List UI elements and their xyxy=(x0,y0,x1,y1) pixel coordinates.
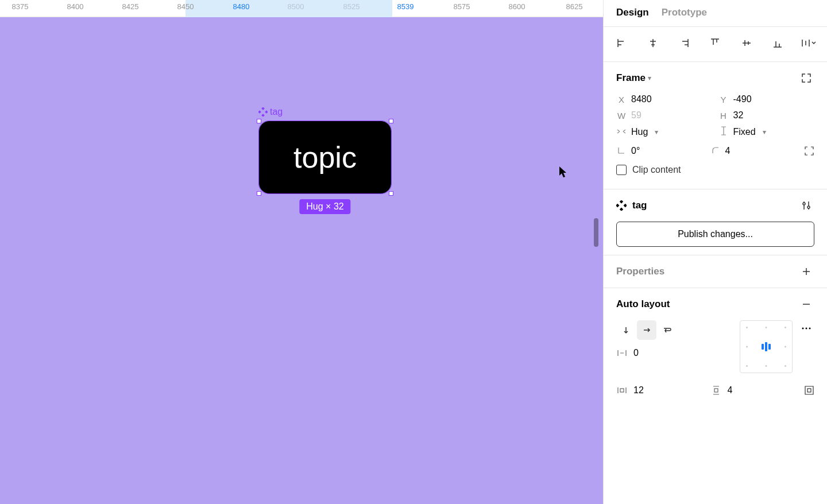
ruler-tick[interactable]: 8500 xyxy=(288,2,304,11)
align-top-icon[interactable] xyxy=(707,35,723,51)
direction-toggle xyxy=(616,320,677,340)
inspector-panel: Design Prototype Frame ▾ xyxy=(603,0,827,504)
resize-h-icon xyxy=(616,127,627,137)
angle-icon xyxy=(616,146,627,156)
resize-handle-br[interactable] xyxy=(389,191,393,196)
publish-button[interactable]: Publish changes... xyxy=(616,222,814,247)
component-name[interactable]: tag xyxy=(632,200,647,211)
padding-v-field[interactable] xyxy=(710,382,799,398)
svg-rect-7 xyxy=(624,204,627,207)
tag-element[interactable]: topic xyxy=(259,121,391,193)
gap-icon xyxy=(616,349,628,357)
tab-prototype[interactable]: Prototype xyxy=(662,7,707,18)
padding-v-input[interactable] xyxy=(728,385,756,396)
ruler-tick[interactable]: 8425 xyxy=(122,2,139,11)
frame-title[interactable]: Frame xyxy=(616,72,646,84)
resize-handle-tr[interactable] xyxy=(389,119,393,123)
autolayout-section: Auto layout xyxy=(604,288,827,412)
gap-input[interactable] xyxy=(633,348,662,358)
ruler-tick[interactable]: 8525 xyxy=(343,2,360,11)
component-icon xyxy=(258,107,268,117)
chevron-down-icon[interactable]: ▾ xyxy=(648,74,651,82)
clip-content-label: Clip content xyxy=(632,165,681,175)
ruler[interactable]: 8375840084258450848085008525853985758600… xyxy=(0,0,603,17)
size-indicator: Hug × 32 xyxy=(299,199,350,214)
add-property-icon[interactable] xyxy=(798,263,814,280)
individual-padding-icon[interactable] xyxy=(804,382,814,398)
resize-v-field[interactable]: Fixed▾ xyxy=(718,126,815,137)
svg-point-9 xyxy=(807,206,810,208)
svg-rect-5 xyxy=(620,208,623,211)
rotation-field[interactable]: 0° xyxy=(616,143,705,159)
svg-rect-6 xyxy=(616,204,619,207)
direction-horizontal[interactable] xyxy=(637,320,656,340)
ruler-tick[interactable]: 8400 xyxy=(67,2,84,11)
ruler-tick[interactable]: 8480 xyxy=(233,2,250,11)
h-field[interactable]: H32 xyxy=(718,110,815,121)
y-field[interactable]: Y-490 xyxy=(718,94,815,104)
individual-corners-icon[interactable] xyxy=(804,143,814,159)
component-label-text: tag xyxy=(270,107,283,117)
resize-v-icon xyxy=(718,126,729,137)
align-center-h-icon[interactable] xyxy=(645,35,661,51)
autolayout-more-icon[interactable] xyxy=(798,320,814,336)
distribute-icon[interactable] xyxy=(801,35,817,51)
properties-section: Properties xyxy=(604,255,827,288)
resize-handle-bl[interactable] xyxy=(257,191,261,196)
svg-point-12 xyxy=(809,328,811,329)
svg-rect-4 xyxy=(620,200,623,203)
gap-field[interactable] xyxy=(616,348,734,358)
clip-content-checkbox[interactable] xyxy=(616,165,627,175)
ruler-tick[interactable]: 8539 xyxy=(397,2,414,11)
corner-icon xyxy=(710,146,721,156)
ruler-tick[interactable]: 8450 xyxy=(177,2,194,11)
ruler-tick[interactable]: 8575 xyxy=(454,2,470,11)
svg-point-11 xyxy=(806,328,807,329)
ruler-tick[interactable]: 8600 xyxy=(509,2,525,11)
svg-rect-2 xyxy=(258,110,261,114)
align-right-icon[interactable] xyxy=(676,35,692,51)
ruler-tick[interactable]: 8625 xyxy=(566,2,583,11)
component-label[interactable]: tag xyxy=(258,107,283,117)
padding-h-icon xyxy=(616,386,628,394)
chevron-down-icon xyxy=(811,40,817,46)
svg-point-10 xyxy=(802,328,804,329)
tag-text: topic xyxy=(293,140,357,175)
corner-radius-field[interactable]: 4 xyxy=(710,143,799,159)
align-center-v-icon[interactable] xyxy=(739,35,755,51)
align-bottom-icon[interactable] xyxy=(770,35,786,51)
w-field[interactable]: W59 xyxy=(616,110,713,121)
vertical-scrollbar[interactable] xyxy=(594,218,598,247)
svg-rect-3 xyxy=(265,110,268,114)
padding-h-field[interactable] xyxy=(616,382,705,398)
alignment-center-icon xyxy=(762,342,771,351)
padding-v-icon xyxy=(710,385,722,396)
resize-h-field[interactable]: Hug▾ xyxy=(616,126,713,137)
align-left-icon[interactable] xyxy=(614,35,630,51)
align-controls xyxy=(604,27,827,62)
alignment-grid[interactable] xyxy=(740,320,793,373)
component-icon xyxy=(616,200,627,211)
sliders-icon[interactable] xyxy=(798,197,814,214)
direction-wrap[interactable] xyxy=(658,320,677,340)
selection-box[interactable]: topic Hug × 32 xyxy=(258,121,392,194)
canvas[interactable]: 8375840084258450848085008525853985758600… xyxy=(0,0,603,504)
x-field[interactable]: X8480 xyxy=(616,94,713,104)
component-section: tag Publish changes... xyxy=(604,189,827,255)
svg-rect-13 xyxy=(620,389,624,392)
svg-rect-0 xyxy=(261,107,265,110)
ruler-tick[interactable]: 8375 xyxy=(12,2,29,11)
tab-design[interactable]: Design xyxy=(616,7,649,18)
direction-vertical[interactable] xyxy=(616,320,636,340)
padding-h-input[interactable] xyxy=(633,385,662,396)
frame-section: Frame ▾ X8480 Y-490 W59 H32 Hug▾ xyxy=(604,62,827,189)
svg-rect-1 xyxy=(261,114,265,117)
fit-icon[interactable] xyxy=(798,70,814,86)
svg-rect-14 xyxy=(714,389,718,392)
properties-title[interactable]: Properties xyxy=(616,266,664,277)
autolayout-title[interactable]: Auto layout xyxy=(616,298,670,310)
svg-point-8 xyxy=(803,203,805,205)
remove-autolayout-icon[interactable] xyxy=(798,296,814,312)
panel-tabs: Design Prototype xyxy=(604,0,827,27)
resize-handle-tl[interactable] xyxy=(257,119,261,123)
